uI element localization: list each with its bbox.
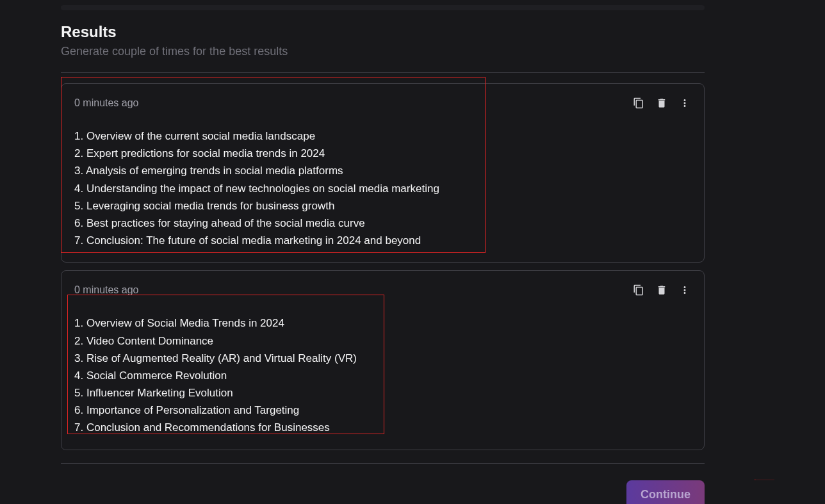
result-list: Overview of the current social media lan… (74, 127, 691, 249)
list-item: Understanding the impact of new technolo… (74, 180, 691, 197)
trash-icon[interactable] (655, 97, 668, 110)
trash-icon[interactable] (655, 284, 668, 297)
list-item: Rise of Augmented Reality (AR) and Virtu… (74, 350, 691, 367)
results-subtitle: Generate couple of times for the best re… (61, 45, 705, 58)
copy-icon[interactable] (632, 284, 645, 297)
result-card: 0 minutes agoOverview of the current soc… (61, 83, 705, 263)
annotation-arrow (713, 479, 815, 480)
list-item: Conclusion and Recommendations for Busin… (74, 419, 691, 436)
result-card-header: 0 minutes ago (74, 97, 691, 110)
divider (61, 72, 705, 73)
results-title: Results (61, 23, 705, 41)
list-item: Conclusion: The future of social media m… (74, 232, 691, 249)
more-icon[interactable] (678, 284, 691, 297)
result-card: 0 minutes agoOverview of Social Media Tr… (61, 270, 705, 450)
list-item: Best practices for staying ahead of the … (74, 215, 691, 232)
list-item: Social Commerce Revolution (74, 367, 691, 384)
result-actions (632, 284, 691, 297)
result-timestamp: 0 minutes ago (74, 284, 139, 296)
result-actions (632, 97, 691, 110)
result-timestamp: 0 minutes ago (74, 97, 139, 109)
result-card-header: 0 minutes ago (74, 284, 691, 297)
result-list: Overview of Social Media Trends in 2024V… (74, 314, 691, 436)
list-item: Expert predictions for social media tren… (74, 145, 691, 162)
continue-button[interactable]: Continue (626, 480, 705, 504)
list-item: Analysis of emerging trends in social me… (74, 162, 691, 179)
more-icon[interactable] (678, 97, 691, 110)
list-item: Overview of the current social media lan… (74, 127, 691, 145)
list-item: Overview of Social Media Trends in 2024 (74, 314, 691, 332)
list-item: Influencer Marketing Evolution (74, 384, 691, 402)
list-item: Leveraging social media trends for busin… (74, 197, 691, 215)
top-bar (61, 5, 705, 10)
copy-icon[interactable] (632, 97, 645, 110)
list-item: Importance of Personalization and Target… (74, 402, 691, 419)
list-item: Video Content Dominance (74, 332, 691, 350)
bottom-divider (61, 463, 705, 464)
